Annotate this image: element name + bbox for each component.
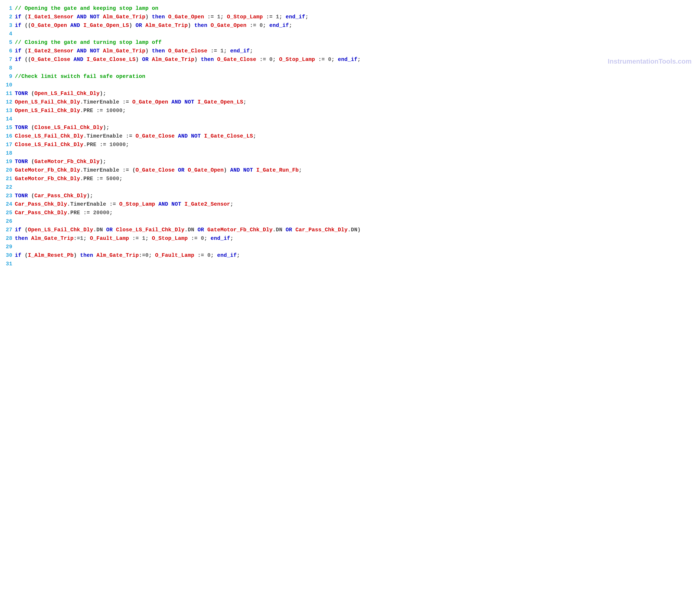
line-number: 10 [3,81,15,89]
code-line: 14 [3,115,697,123]
code-content: then Alm_Gate_Trip:=1; O_Fault_Lamp := 1… [15,234,233,243]
code-content: GateMotor_Fb_Chk_Dly.PRE := 5000; [15,175,123,183]
code-content: if ((O_Gate_Open AND I_Gate_Open_LS) OR … [15,21,292,30]
code-line: 22 [3,183,697,192]
code-line: 21GateMotor_Fb_Chk_Dly.PRE := 5000; [3,175,697,183]
code-line: 1// Opening the gate and keeping stop la… [3,4,697,13]
code-content [15,115,18,123]
code-line: 24Car_Pass_Chk_Dly.TimerEnable := O_Stop… [3,200,697,209]
code-content: //Check limit switch fail safe operation [15,72,145,81]
code-editor: 1// Opening the gate and keeping stop la… [3,4,697,268]
line-number: 18 [3,149,15,158]
line-number: 26 [3,217,15,226]
code-line: 10 [3,81,697,89]
line-number: 30 [3,251,15,260]
line-number: 14 [3,115,15,123]
code-line: 5// Closing the gate and turning stop la… [3,38,697,47]
code-content: if (Open_LS_Fail_Chk_Dly.DN OR Close_LS_… [15,226,361,234]
line-number: 12 [3,98,15,106]
code-line: 31 [3,260,697,268]
code-line: 6if (I_Gate2_Sensor AND NOT Alm_Gate_Tri… [3,47,697,55]
line-number: 21 [3,175,15,183]
line-number: 9 [3,72,15,81]
code-line: 12Open_LS_Fail_Chk_Dly.TimerEnable := O_… [3,98,697,106]
line-number: 20 [3,166,15,175]
code-line: 17Close_LS_Fail_Chk_Dly.PRE := 10000; [3,140,697,149]
line-number: 3 [3,21,15,30]
code-content [15,30,18,38]
code-content [15,243,18,251]
line-number: 5 [3,38,15,47]
code-line: 16Close_LS_Fail_Chk_Dly.TimerEnable := O… [3,132,697,140]
code-content: Car_Pass_Chk_Dly.PRE := 20000; [15,209,113,217]
code-content: // Closing the gate and turning stop lam… [15,38,162,47]
code-line: 15TONR (Close_LS_Fail_Chk_Dly); [3,123,697,132]
code-line: 27if (Open_LS_Fail_Chk_Dly.DN OR Close_L… [3,226,697,234]
line-number: 29 [3,243,15,251]
line-number: 24 [3,200,15,209]
code-content: TONR (GateMotor_Fb_Chk_Dly); [15,157,106,166]
code-content: TONR (Open_LS_Fail_Chk_Dly); [15,89,106,98]
code-content: Open_LS_Fail_Chk_Dly.PRE := 10000; [15,106,126,115]
line-number: 19 [3,157,15,166]
code-line: 25Car_Pass_Chk_Dly.PRE := 20000; [3,209,697,217]
code-line: 8 [3,64,697,72]
code-line: 26 [3,217,697,226]
line-number: 7 [3,55,15,64]
line-number: 4 [3,30,15,38]
code-line: 30if (I_Alm_Reset_Pb) then Alm_Gate_Trip… [3,251,697,260]
line-number: 13 [3,106,15,115]
code-content [15,149,18,158]
code-content: Close_LS_Fail_Chk_Dly.PRE := 10000; [15,140,129,149]
code-content: if (I_Alm_Reset_Pb) then Alm_Gate_Trip:=… [15,251,240,260]
line-number: 22 [3,183,15,192]
code-line: 9//Check limit switch fail safe operatio… [3,72,697,81]
code-content [15,64,18,72]
code-line: 18 [3,149,697,158]
code-line: 3if ((O_Gate_Open AND I_Gate_Open_LS) OR… [3,21,697,30]
code-line: 29 [3,243,697,251]
line-number: 2 [3,13,15,21]
code-content: if (I_Gate2_Sensor AND NOT Alm_Gate_Trip… [15,47,253,55]
line-number: 31 [3,260,15,268]
code-content [15,260,18,268]
code-content [15,183,18,192]
line-number: 6 [3,47,15,55]
code-content: // Opening the gate and keeping stop lam… [15,4,158,13]
code-line: 28then Alm_Gate_Trip:=1; O_Fault_Lamp :=… [3,234,697,243]
code-line: 4 [3,30,697,38]
line-number: 11 [3,89,15,98]
code-content: if (I_Gate1_Sensor AND NOT Alm_Gate_Trip… [15,13,308,21]
code-content [15,217,18,226]
code-line: 13Open_LS_Fail_Chk_Dly.PRE := 10000; [3,106,697,115]
code-content: if ((O_Gate_Close AND I_Gate_Close_LS) O… [15,55,361,64]
code-line: 7if ((O_Gate_Close AND I_Gate_Close_LS) … [3,55,697,64]
code-content [15,81,18,89]
code-line: 19TONR (GateMotor_Fb_Chk_Dly); [3,157,697,166]
code-content: Car_Pass_Chk_Dly.TimerEnable := O_Stop_L… [15,200,233,209]
code-content: GateMotor_Fb_Chk_Dly.TimerEnable := (O_G… [15,166,302,175]
code-content: TONR (Car_Pass_Chk_Dly); [15,192,93,200]
line-number: 8 [3,64,15,72]
code-line: 20GateMotor_Fb_Chk_Dly.TimerEnable := (O… [3,166,697,175]
line-number: 28 [3,234,15,243]
line-number: 25 [3,209,15,217]
line-number: 1 [3,4,15,13]
line-number: 27 [3,226,15,234]
code-content: TONR (Close_LS_Fail_Chk_Dly); [15,123,109,132]
line-number: 17 [3,140,15,149]
code-line: 23TONR (Car_Pass_Chk_Dly); [3,192,697,200]
code-line: 11TONR (Open_LS_Fail_Chk_Dly); [3,89,697,98]
code-line: 2if (I_Gate1_Sensor AND NOT Alm_Gate_Tri… [3,13,697,21]
line-number: 23 [3,192,15,200]
code-content: Open_LS_Fail_Chk_Dly.TimerEnable := O_Ga… [15,98,247,106]
code-content: Close_LS_Fail_Chk_Dly.TimerEnable := O_G… [15,132,256,140]
line-number: 15 [3,123,15,132]
line-number: 16 [3,132,15,140]
